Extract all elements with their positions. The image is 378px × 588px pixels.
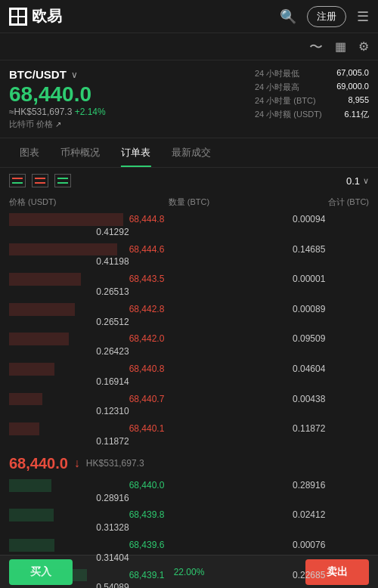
sell-total: 0.12310: [9, 405, 129, 418]
tab-orderbook[interactable]: 订单表: [110, 138, 161, 167]
buy-total: 0.28916: [9, 492, 129, 505]
sell-price: 68,440.8: [129, 363, 249, 376]
mid-price-value: 68,440.0: [9, 455, 68, 472]
buy-qty: 0.00076: [249, 539, 369, 552]
price-stats: 24 小时最低 67,005.0 24 小时最高 69,000.0 24 小时量…: [255, 68, 369, 130]
buy-order-row[interactable]: 68,440.0 0.28916 0.28916: [0, 477, 378, 507]
sell-order-row[interactable]: 68,443.5 0.00001 0.26513: [0, 271, 378, 301]
buy-price: 68,440.0: [129, 479, 249, 492]
sell-price: 68,440.1: [129, 422, 249, 435]
mid-hk-price: HK$531,697.3: [86, 458, 144, 469]
tab-overview[interactable]: 币种概况: [50, 138, 110, 167]
sell-qty: 0.00001: [249, 273, 369, 286]
view-both-button[interactable]: [9, 174, 26, 187]
sell-qty: 0.04604: [249, 363, 369, 376]
sell-price: 68,442.8: [129, 303, 249, 316]
decimal-dropdown-icon: ∨: [363, 176, 369, 186]
chart-icon[interactable]: 〜: [309, 38, 323, 56]
mid-price-row: 68,440.0 ↓ HK$531,697.3: [0, 450, 378, 477]
pair-row: BTC/USDT ∨: [9, 68, 106, 81]
sell-price: 68,442.0: [129, 333, 249, 345]
view-buy-button[interactable]: [54, 174, 71, 187]
buy-order-row[interactable]: 68,439.8 0.02412 0.31328: [0, 506, 378, 537]
sell-total: 0.26423: [9, 345, 129, 358]
sell-order-row[interactable]: 68,440.1 0.11872 0.11872: [0, 420, 378, 450]
buy-total: 0.31328: [9, 521, 129, 534]
document-icon[interactable]: ▦: [335, 39, 346, 54]
sell-order-row[interactable]: 68,444.6 0.14685 0.41198: [0, 241, 378, 271]
sell-total: 0.41198: [9, 255, 129, 268]
change-pct: +2.14%: [75, 107, 106, 117]
sell-price: 68,444.8: [129, 213, 249, 226]
stat-row-3: 24 小时量 (BTC) 8,955: [255, 95, 369, 107]
sell-qty: 0.00089: [249, 303, 369, 316]
search-icon[interactable]: 🔍: [280, 8, 296, 25]
ob-table-header: 价格 (USDT) 数量 (BTC) 合计 (BTC): [0, 193, 378, 211]
sell-orders: 68,444.8 0.00094 0.41292 68,444.6 0.1468…: [0, 211, 378, 450]
ob-controls: 0.1 ∨: [0, 168, 378, 193]
header-right: 🔍 注册 ☰: [280, 6, 369, 27]
col-total-header: 合计 (BTC): [249, 197, 369, 208]
stat-row-2: 24 小时最高 69,000.0: [255, 82, 369, 93]
buy-total: 0.54089: [9, 581, 129, 588]
decimal-value: 0.1: [346, 175, 360, 187]
sell-qty: 0.11872: [249, 422, 369, 435]
sell-order-row[interactable]: 68,442.0 0.09509 0.26423: [0, 330, 378, 361]
buy-qty: 0.22685: [249, 569, 369, 582]
sell-order-row[interactable]: 68,444.8 0.00094 0.41292: [0, 211, 378, 241]
sell-qty: 0.00438: [249, 393, 369, 406]
pair-dropdown-icon[interactable]: ∨: [71, 70, 78, 80]
logo[interactable]: 欧易: [9, 6, 62, 26]
mid-arrow-icon: ↓: [74, 456, 80, 470]
decimal-select[interactable]: 0.1 ∨: [346, 175, 369, 187]
buy-price: 68,439.1: [129, 569, 249, 582]
buy-total: 0.31404: [9, 552, 129, 565]
pair-name: BTC/USDT: [9, 68, 67, 81]
sell-qty: 0.09509: [249, 333, 369, 345]
sell-order-row[interactable]: 68,440.8 0.04604 0.16914: [0, 361, 378, 391]
logo-text: 欧易: [32, 6, 62, 26]
view-sell-button[interactable]: [32, 174, 48, 187]
logo-icon: [9, 8, 27, 26]
sell-total: 0.26512: [9, 316, 129, 329]
sub-header: 〜 ▦ ⚙: [0, 33, 378, 60]
sell-total: 0.11872: [9, 435, 129, 448]
sell-order-row[interactable]: 68,440.7 0.00438 0.12310: [0, 391, 378, 421]
buy-qty: 0.28916: [249, 479, 369, 492]
sell-price: 68,443.5: [129, 273, 249, 286]
tab-trades[interactable]: 最新成交: [161, 138, 222, 167]
col-qty-header: 数量 (BTC): [129, 197, 249, 208]
sell-qty: 0.14685: [249, 243, 369, 256]
sell-total: 0.26513: [9, 286, 129, 299]
price-section: BTC/USDT ∨ 68,440.0 ≈HK$531,697.3 +2.14%…: [0, 60, 378, 138]
col-price-header: 价格 (USDT): [9, 197, 129, 208]
buy-qty: 0.02412: [249, 509, 369, 521]
view-icons: [9, 174, 71, 187]
tabs: 图表 币种概况 订单表 最新成交: [0, 138, 378, 168]
sell-total: 0.41292: [9, 226, 129, 239]
buy-price: 68,439.8: [129, 509, 249, 521]
sell-qty: 0.00094: [249, 213, 369, 226]
tab-chart[interactable]: 图表: [9, 138, 50, 167]
coin-label: 比特币 价格 ↗: [9, 119, 106, 130]
sell-price: 68,440.7: [129, 393, 249, 406]
sell-order-row[interactable]: 68,442.8 0.00089 0.26512: [0, 301, 378, 331]
header: 欧易 🔍 注册 ☰: [0, 0, 378, 33]
sell-price: 68,444.6: [129, 243, 249, 256]
menu-icon[interactable]: ☰: [357, 8, 369, 25]
main-price: 68,440.0: [9, 84, 106, 105]
price-left: BTC/USDT ∨ 68,440.0 ≈HK$531,697.3 +2.14%…: [9, 68, 106, 130]
stat-row-1: 24 小时最低 67,005.0: [255, 68, 369, 79]
stat-row-4: 24 小时额 (USDT) 6.11亿: [255, 109, 369, 120]
settings-icon[interactable]: ⚙: [358, 39, 369, 54]
buy-orders: 68,440.0 0.28916 0.28916 68,439.8 0.0241…: [0, 477, 378, 588]
hk-price: ≈HK$531,697.3 +2.14%: [9, 107, 106, 117]
buy-price: 68,439.6: [129, 539, 249, 552]
sell-total: 0.16914: [9, 376, 129, 388]
external-link-icon[interactable]: ↗: [55, 120, 61, 128]
register-button[interactable]: 注册: [307, 6, 346, 27]
